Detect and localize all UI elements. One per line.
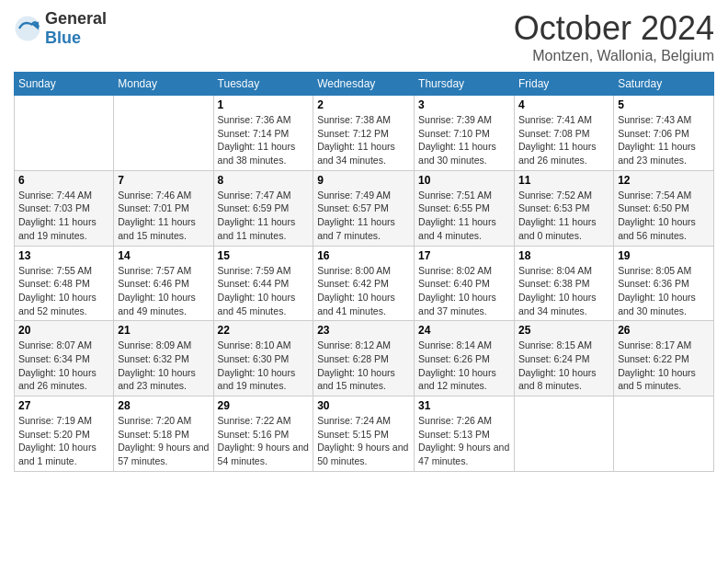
day-number: 3 (418, 98, 510, 111)
day-info: Sunrise: 7:44 AMSunset: 7:03 PMDaylight:… (18, 189, 109, 243)
day-info: Sunrise: 8:15 AMSunset: 6:24 PMDaylight:… (518, 339, 609, 393)
day-header-saturday: Saturday (614, 73, 714, 96)
day-info: Sunrise: 7:19 AMSunset: 5:20 PMDaylight:… (18, 414, 109, 468)
calendar-cell: 16Sunrise: 8:00 AMSunset: 6:42 PMDayligh… (313, 246, 415, 321)
day-number: 12 (618, 174, 710, 187)
day-info: Sunrise: 7:51 AMSunset: 6:55 PMDaylight:… (418, 189, 510, 243)
day-info: Sunrise: 7:57 AMSunset: 6:46 PMDaylight:… (118, 264, 209, 318)
day-number: 31 (418, 399, 510, 412)
calendar-cell: 9Sunrise: 7:49 AMSunset: 6:57 PMDaylight… (313, 170, 415, 246)
calendar-cell: 18Sunrise: 8:04 AMSunset: 6:38 PMDayligh… (514, 246, 613, 321)
day-number: 24 (418, 324, 510, 337)
calendar-week-2: 6Sunrise: 7:44 AMSunset: 7:03 PMDaylight… (15, 170, 714, 246)
day-number: 26 (618, 324, 710, 337)
day-info: Sunrise: 7:49 AMSunset: 6:57 PMDaylight:… (317, 189, 410, 243)
calendar-cell: 15Sunrise: 7:59 AMSunset: 6:44 PMDayligh… (213, 246, 313, 321)
day-info: Sunrise: 7:55 AMSunset: 6:48 PMDaylight:… (18, 264, 109, 318)
day-number: 2 (317, 98, 410, 111)
day-number: 15 (218, 249, 310, 262)
day-info: Sunrise: 7:36 AMSunset: 7:14 PMDaylight:… (218, 113, 310, 167)
calendar-table: SundayMondayTuesdayWednesdayThursdayFrid… (14, 72, 714, 472)
day-info: Sunrise: 8:04 AMSunset: 6:38 PMDaylight:… (518, 264, 609, 318)
month-title: October 2024 (514, 9, 714, 48)
calendar-cell: 3Sunrise: 7:39 AMSunset: 7:10 PMDaylight… (415, 96, 515, 171)
calendar-cell: 6Sunrise: 7:44 AMSunset: 7:03 PMDaylight… (15, 170, 114, 246)
day-number: 8 (218, 174, 310, 187)
day-info: Sunrise: 8:07 AMSunset: 6:34 PMDaylight:… (18, 339, 109, 393)
calendar-cell: 4Sunrise: 7:41 AMSunset: 7:08 PMDaylight… (514, 96, 613, 171)
calendar-cell: 11Sunrise: 7:52 AMSunset: 6:53 PMDayligh… (514, 170, 613, 246)
day-info: Sunrise: 8:00 AMSunset: 6:42 PMDaylight:… (317, 264, 410, 318)
day-info: Sunrise: 8:02 AMSunset: 6:40 PMDaylight:… (418, 264, 510, 318)
day-number: 20 (18, 324, 109, 337)
calendar-week-1: 1Sunrise: 7:36 AMSunset: 7:14 PMDaylight… (15, 96, 714, 171)
logo: General Blue (14, 9, 107, 48)
day-number: 13 (18, 249, 109, 262)
svg-point-0 (16, 17, 40, 41)
day-number: 1 (218, 98, 310, 111)
day-info: Sunrise: 8:05 AMSunset: 6:36 PMDaylight:… (618, 264, 710, 318)
day-info: Sunrise: 8:14 AMSunset: 6:26 PMDaylight:… (418, 339, 510, 393)
day-info: Sunrise: 7:22 AMSunset: 5:16 PMDaylight:… (218, 414, 310, 468)
day-info: Sunrise: 7:38 AMSunset: 7:12 PMDaylight:… (317, 113, 410, 167)
calendar-header-row: SundayMondayTuesdayWednesdayThursdayFrid… (15, 73, 714, 96)
calendar-cell: 29Sunrise: 7:22 AMSunset: 5:16 PMDayligh… (213, 396, 313, 472)
day-header-sunday: Sunday (15, 73, 114, 96)
calendar-cell: 31Sunrise: 7:26 AMSunset: 5:13 PMDayligh… (415, 396, 515, 472)
day-number: 7 (118, 174, 209, 187)
calendar-cell: 2Sunrise: 7:38 AMSunset: 7:12 PMDaylight… (313, 96, 415, 171)
calendar-cell: 22Sunrise: 8:10 AMSunset: 6:30 PMDayligh… (213, 321, 313, 396)
day-number: 5 (618, 98, 710, 111)
logo-blue: Blue (45, 29, 81, 47)
calendar-cell: 20Sunrise: 8:07 AMSunset: 6:34 PMDayligh… (15, 321, 114, 396)
day-info: Sunrise: 8:12 AMSunset: 6:28 PMDaylight:… (317, 339, 410, 393)
location-subtitle: Montzen, Wallonia, Belgium (514, 48, 714, 64)
calendar-cell: 14Sunrise: 7:57 AMSunset: 6:46 PMDayligh… (114, 246, 213, 321)
day-info: Sunrise: 7:54 AMSunset: 6:50 PMDaylight:… (618, 189, 710, 243)
day-info: Sunrise: 7:47 AMSunset: 6:59 PMDaylight:… (218, 189, 310, 243)
logo-text: General Blue (45, 9, 107, 48)
calendar-cell: 19Sunrise: 8:05 AMSunset: 6:36 PMDayligh… (614, 246, 714, 321)
calendar-cell: 12Sunrise: 7:54 AMSunset: 6:50 PMDayligh… (614, 170, 714, 246)
day-info: Sunrise: 7:43 AMSunset: 7:06 PMDaylight:… (618, 113, 710, 167)
day-number: 17 (418, 249, 510, 262)
header: General Blue October 2024 Montzen, Wallo… (14, 9, 714, 64)
day-info: Sunrise: 7:59 AMSunset: 6:44 PMDaylight:… (218, 264, 310, 318)
calendar-cell: 28Sunrise: 7:20 AMSunset: 5:18 PMDayligh… (114, 396, 213, 472)
day-info: Sunrise: 7:39 AMSunset: 7:10 PMDaylight:… (418, 113, 510, 167)
day-number: 22 (218, 324, 310, 337)
day-number: 18 (518, 249, 609, 262)
calendar-cell: 30Sunrise: 7:24 AMSunset: 5:15 PMDayligh… (313, 396, 415, 472)
day-number: 25 (518, 324, 609, 337)
calendar-cell: 25Sunrise: 8:15 AMSunset: 6:24 PMDayligh… (514, 321, 613, 396)
calendar-cell: 5Sunrise: 7:43 AMSunset: 7:06 PMDaylight… (614, 96, 714, 171)
day-number: 27 (18, 399, 109, 412)
calendar-cell: 8Sunrise: 7:47 AMSunset: 6:59 PMDaylight… (213, 170, 313, 246)
logo-general: General (45, 9, 107, 28)
day-info: Sunrise: 8:17 AMSunset: 6:22 PMDaylight:… (618, 339, 710, 393)
page-container: General Blue October 2024 Montzen, Wallo… (0, 0, 728, 481)
day-header-monday: Monday (114, 73, 213, 96)
day-number: 28 (118, 399, 209, 412)
day-number: 14 (118, 249, 209, 262)
logo-icon (14, 15, 41, 42)
calendar-cell: 10Sunrise: 7:51 AMSunset: 6:55 PMDayligh… (415, 170, 515, 246)
calendar-cell: 1Sunrise: 7:36 AMSunset: 7:14 PMDaylight… (213, 96, 313, 171)
day-header-thursday: Thursday (415, 73, 515, 96)
day-info: Sunrise: 8:09 AMSunset: 6:32 PMDaylight:… (118, 339, 209, 393)
calendar-week-5: 27Sunrise: 7:19 AMSunset: 5:20 PMDayligh… (15, 396, 714, 472)
day-number: 30 (317, 399, 410, 412)
day-info: Sunrise: 7:26 AMSunset: 5:13 PMDaylight:… (418, 414, 510, 468)
day-number: 10 (418, 174, 510, 187)
day-number: 23 (317, 324, 410, 337)
calendar-cell: 27Sunrise: 7:19 AMSunset: 5:20 PMDayligh… (15, 396, 114, 472)
calendar-cell (514, 396, 613, 472)
title-section: October 2024 Montzen, Wallonia, Belgium (514, 9, 714, 64)
calendar-week-4: 20Sunrise: 8:07 AMSunset: 6:34 PMDayligh… (15, 321, 714, 396)
day-info: Sunrise: 7:24 AMSunset: 5:15 PMDaylight:… (317, 414, 410, 468)
day-info: Sunrise: 7:52 AMSunset: 6:53 PMDaylight:… (518, 189, 609, 243)
calendar-week-3: 13Sunrise: 7:55 AMSunset: 6:48 PMDayligh… (15, 246, 714, 321)
day-header-wednesday: Wednesday (313, 73, 415, 96)
day-header-tuesday: Tuesday (213, 73, 313, 96)
day-info: Sunrise: 7:46 AMSunset: 7:01 PMDaylight:… (118, 189, 209, 243)
